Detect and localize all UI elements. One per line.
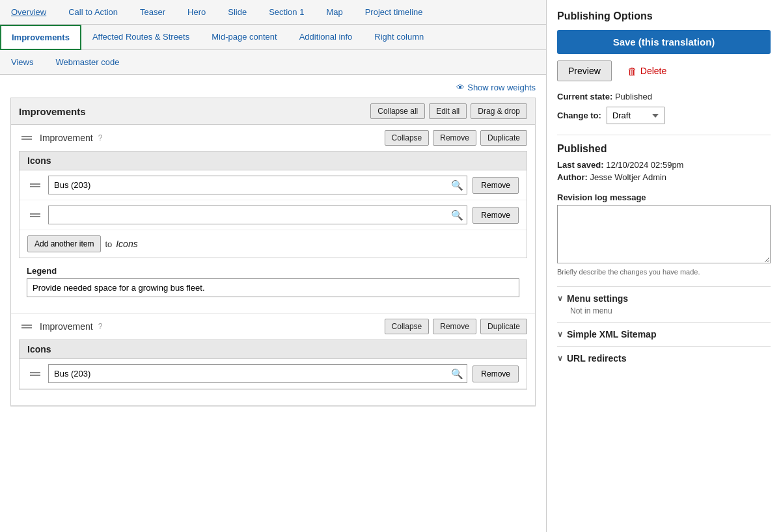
icon-remove-button-3[interactable]: Remove	[473, 366, 519, 382]
tabs-row-1: Overview Call to Action Teaser Hero Slid…	[0, 0, 546, 25]
icon-search-button-2[interactable]: 🔍	[451, 209, 463, 221]
collapse-button-2[interactable]: Collapse	[385, 319, 430, 334]
sort-handle-1[interactable]	[19, 133, 34, 142]
icon-input-wrap-1: 🔍	[48, 176, 467, 194]
icon-sort-handle-3[interactable]	[27, 369, 43, 379]
save-translation-button[interactable]: Save (this translation)	[557, 30, 771, 54]
current-state-value: Published	[615, 92, 652, 101]
tab-improvements[interactable]: Improvements	[0, 25, 81, 50]
delete-button[interactable]: 🗑 Delete	[618, 61, 676, 81]
icon-row-3: 🔍 Remove	[20, 359, 527, 389]
collapse-all-button[interactable]: Collapse all	[370, 103, 425, 119]
icon-input-3[interactable]	[48, 364, 467, 383]
tab-teaser[interactable]: Teaser	[129, 0, 176, 24]
icon-sort-handle-2[interactable]	[27, 211, 43, 220]
show-row-weights-link[interactable]: 👁Show row weights	[456, 83, 536, 92]
icon-input-wrap-3: 🔍	[48, 364, 467, 383]
delete-label: Delete	[640, 66, 666, 76]
legend-label-1: Legend	[27, 266, 519, 276]
legend-section-1: Legend	[19, 266, 527, 305]
published-box: Published Last saved: 12/10/2024 02:59pm…	[557, 135, 771, 182]
simple-xml-sitemap-section: ∨ Simple XML Sitemap	[557, 322, 771, 346]
duplicate-button-1[interactable]: Duplicate	[480, 130, 527, 146]
improvements-section: Improvements Collapse all Edit all Drag …	[10, 98, 536, 406]
author-label: Author:	[557, 172, 588, 182]
tab-right-column[interactable]: Right column	[363, 25, 435, 49]
drag-drop-button[interactable]: Drag & drop	[471, 103, 527, 119]
header-buttons: Collapse all Edit all Drag & drop	[370, 103, 527, 119]
revision-log-label: Revision log message	[557, 193, 771, 202]
tab-webmaster-code[interactable]: Webmaster code	[44, 50, 130, 74]
simple-xml-sitemap-header[interactable]: ∨ Simple XML Sitemap	[557, 329, 771, 339]
last-saved-row: Last saved: 12/10/2024 02:59pm	[557, 160, 771, 170]
revision-log-section: Revision log message Briefly describe th…	[557, 193, 771, 276]
tab-hero[interactable]: Hero	[176, 0, 217, 24]
current-state-label: Current state:	[557, 92, 612, 101]
menu-settings-chevron-icon: ∨	[557, 294, 563, 303]
tab-map[interactable]: Map	[315, 0, 353, 24]
menu-settings-section: ∨ Menu settings Not in menu	[557, 286, 771, 322]
add-item-row-1: Add another item to Icons	[20, 230, 527, 258]
icon-input-1[interactable]	[48, 176, 467, 194]
simple-xml-sitemap-chevron-icon: ∨	[557, 330, 563, 339]
publishing-options-title: Publishing Options	[557, 10, 771, 22]
change-to-row: Change to: Draft Archived	[557, 107, 771, 124]
tab-overview[interactable]: Overview	[0, 0, 57, 24]
sort-handle-2[interactable]	[19, 322, 34, 331]
url-redirects-chevron-icon: ∨	[557, 354, 563, 363]
remove-button-2[interactable]: Remove	[433, 319, 476, 334]
improvement-item-1: Improvement ? Collapse Remove Duplicate …	[11, 125, 535, 313]
menu-settings-label: Menu settings	[567, 293, 628, 304]
tab-project-timeline[interactable]: Project timeline	[354, 0, 434, 24]
menu-settings-sub: Not in menu	[557, 306, 771, 315]
icon-remove-button-1[interactable]: Remove	[473, 177, 519, 194]
icon-search-button-1[interactable]: 🔍	[451, 180, 463, 191]
add-item-icons-label: Icons	[116, 239, 137, 249]
icon-row-2: 🔍 Remove	[20, 200, 527, 230]
improvements-header: Improvements Collapse all Edit all Drag …	[11, 98, 535, 125]
add-item-to-text: to	[105, 239, 112, 249]
trash-icon: 🗑	[627, 66, 637, 77]
tab-affected-routes-streets[interactable]: Affected Routes & Streets	[81, 25, 200, 49]
edit-all-button[interactable]: Edit all	[429, 103, 467, 119]
eye-icon: 👁	[456, 83, 465, 92]
url-redirects-header[interactable]: ∨ URL redirects	[557, 353, 771, 364]
icon-sort-handle-1[interactable]	[27, 181, 43, 190]
tab-additional-info[interactable]: Additional info	[288, 25, 364, 49]
preview-button[interactable]: Preview	[557, 60, 612, 81]
change-to-select[interactable]: Draft Archived	[607, 107, 665, 124]
tab-mid-page-content[interactable]: Mid-page content	[200, 25, 288, 49]
current-state-row: Current state: Published	[557, 92, 771, 101]
collapse-button-1[interactable]: Collapse	[385, 130, 430, 146]
tabs-row-2: Improvements Affected Routes & Streets M…	[0, 25, 546, 50]
content-area: 👁Show row weights Improvements Collapse …	[0, 75, 546, 532]
item-2-buttons: Collapse Remove Duplicate	[385, 319, 527, 334]
tab-call-to-action[interactable]: Call to Action	[57, 0, 129, 24]
improvement-item-1-label: Improvement	[40, 133, 93, 143]
simple-xml-sitemap-label: Simple XML Sitemap	[567, 329, 656, 339]
right-panel: Publishing Options Save (this translatio…	[547, 0, 781, 532]
icon-input-wrap-2: 🔍	[48, 206, 467, 224]
legend-input-1[interactable]	[27, 278, 519, 297]
icons-header-1: Icons	[20, 152, 527, 170]
add-another-item-button[interactable]: Add another item	[27, 235, 101, 252]
menu-settings-header[interactable]: ∨ Menu settings	[557, 293, 771, 304]
icon-input-2[interactable]	[48, 206, 467, 224]
row-weights-bar: 👁Show row weights	[10, 83, 536, 92]
icon-search-button-3[interactable]: 🔍	[451, 368, 463, 380]
improvement-item-2: Improvement ? Collapse Remove Duplicate …	[11, 313, 535, 406]
icon-remove-button-2[interactable]: Remove	[473, 207, 519, 224]
item-1-buttons: Collapse Remove Duplicate	[385, 130, 527, 146]
improvement-item-1-header: Improvement ? Collapse Remove Duplicate	[19, 130, 527, 146]
tabs-row-3: Views Webmaster code	[0, 50, 546, 75]
tab-views[interactable]: Views	[0, 50, 44, 74]
help-icon-2[interactable]: ?	[98, 322, 103, 331]
revision-log-textarea[interactable]	[557, 205, 771, 263]
tab-slide[interactable]: Slide	[217, 0, 258, 24]
improvement-item-2-label: Improvement	[40, 321, 93, 332]
duplicate-button-2[interactable]: Duplicate	[480, 319, 527, 334]
icons-section-1: Icons 🔍 Remove	[19, 151, 527, 258]
help-icon-1[interactable]: ?	[98, 133, 103, 142]
tab-section1[interactable]: Section 1	[258, 0, 315, 24]
remove-button-1[interactable]: Remove	[433, 130, 476, 146]
